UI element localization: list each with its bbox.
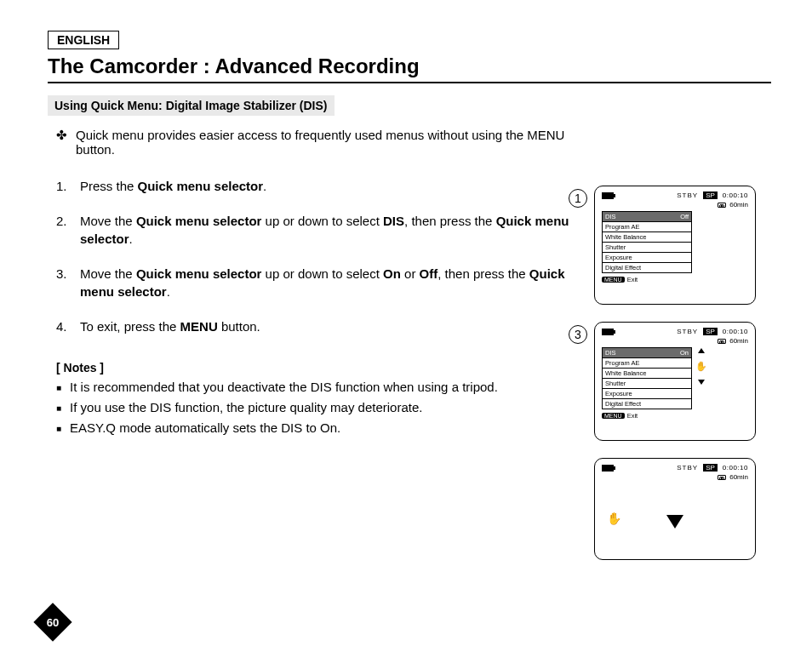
menu-item-program-ae: Program AE [603,358,691,369]
remain-time: 60min [729,337,748,345]
step-circle-1: 1 [569,189,587,208]
time-counter: 0:00:10 [723,328,748,335]
step-number: 1. [56,177,73,195]
step-text: Move the Quick menu selector up or down … [80,265,592,300]
battery-icon [602,329,614,335]
time-counter: 0:00:10 [723,191,748,199]
step-4: 4. To exit, press the MENU button. [56,317,592,335]
dis-hand-icon: ✋ [607,512,621,525]
remain-time: 60min [729,201,748,209]
step-1: 1. Press the Quick menu selector. [56,177,592,195]
stby-label: STBY [677,328,698,335]
dis-hand-icon: ✋ [695,362,707,371]
page-number-badge: 60 [34,603,71,641]
exit-label: Exit [627,276,638,283]
osd-screen-final-wrap: STBY SP 0:00:10 60min ✋ [594,458,771,560]
menu-item-shutter: Shutter [603,243,691,253]
play-indicator [666,515,683,529]
step-number: 2. [56,212,73,248]
sp-badge: SP [703,464,718,472]
step-text: Move the Quick menu selector up or down … [80,212,592,248]
remain-time: 60min [729,473,748,481]
selector-arrows: ✋ [695,348,707,385]
step-text: Press the Quick menu selector. [80,177,266,195]
square-bullet-icon: ■ [56,380,61,397]
intro-text: Quick menu provides easier access to fre… [76,128,601,157]
page-number: 60 [34,603,71,641]
osd-screen-1: STBY SP 0:00:10 60min DIS Off Program AE… [594,186,756,305]
time-counter: 0:00:10 [723,464,748,472]
tape-icon [718,203,726,208]
battery-icon [602,192,614,199]
bullet-icon: ✤ [56,128,67,157]
stby-label: STBY [677,464,698,472]
step-number: 3. [56,265,73,300]
arrow-up-icon [698,348,705,353]
step-3: 3. Move the Quick menu selector up or do… [56,265,592,300]
steps-list: 1. Press the Quick menu selector. 2. Mov… [48,177,592,335]
page-title: The Camcorder : Advanced Recording [48,54,771,83]
menu-item-program-ae: Program AE [603,222,691,232]
menu-item-exposure: Exposure [603,253,691,263]
exit-row: MENU Exit [602,412,748,420]
sp-badge: SP [703,328,718,335]
osd-screen-3: STBY SP 0:00:10 60min DIS On Program AE … [594,322,756,441]
exit-row: MENU Exit [602,276,748,283]
menu-badge: MENU [602,413,625,419]
menu-badge: MENU [602,277,625,283]
step-number: 4. [56,317,73,335]
exit-label: Exit [627,412,638,420]
arrow-down-icon [698,380,705,385]
menu-item-white-balance: White Balance [603,232,691,243]
intro-paragraph: ✤ Quick menu provides easier access to f… [56,128,601,157]
arrow-down-icon [666,515,683,529]
sp-badge: SP [703,191,718,199]
quick-menu-box: DIS On Program AE White Balance Shutter … [602,347,692,409]
menu-item-digital-effect: Digital Effect [603,399,691,409]
osd-screens-column: 1 STBY SP 0:00:10 60min DIS Off Program … [594,186,771,560]
square-bullet-icon: ■ [56,400,61,417]
tape-icon [718,339,726,344]
quick-menu-box: DIS Off Program AE White Balance Shutter… [602,211,692,273]
menu-item-shutter: Shutter [603,379,691,389]
note-text: If you use the DIS function, the picture… [70,400,422,417]
menu-item-dis: DIS Off [603,212,691,222]
tape-icon [718,475,726,480]
note-text: It is recommended that you deactivate th… [70,380,498,397]
square-bullet-icon: ■ [56,420,61,437]
osd-screen-1-wrap: 1 STBY SP 0:00:10 60min DIS Off Program … [594,186,771,305]
note-text: EASY.Q mode automatically sets the DIS t… [70,420,340,437]
step-text: To exit, press the MENU button. [80,317,260,335]
osd-screen-3-wrap: 3 STBY SP 0:00:10 60min DIS On Program A… [594,322,771,441]
menu-item-white-balance: White Balance [603,369,691,379]
menu-item-exposure: Exposure [603,389,691,399]
menu-item-dis: DIS On [603,348,691,358]
battery-icon [602,465,614,472]
step-2: 2. Move the Quick menu selector up or do… [56,212,592,248]
language-badge: ENGLISH [48,31,119,49]
osd-screen-final: STBY SP 0:00:10 60min ✋ [594,458,756,560]
menu-item-digital-effect: Digital Effect [603,263,691,272]
section-subhead: Using Quick Menu: Digital Image Stabiliz… [48,95,335,116]
step-circle-3: 3 [569,325,587,344]
stby-label: STBY [677,191,698,199]
